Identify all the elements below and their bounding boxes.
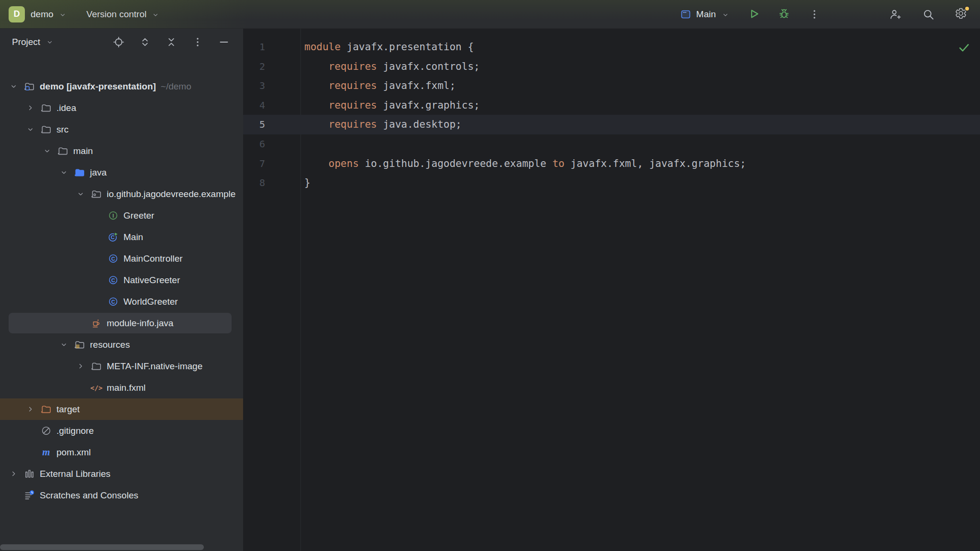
tree-item-label: Scratches and Consoles bbox=[40, 490, 138, 501]
run-configuration-widget[interactable]: Main bbox=[679, 8, 731, 21]
more-actions-button[interactable] bbox=[808, 8, 821, 21]
tree-item-label: io.github.jagodevreede.example bbox=[107, 189, 235, 199]
scratches-icon bbox=[23, 490, 36, 501]
chevron-right-icon[interactable] bbox=[24, 406, 36, 413]
run-button[interactable] bbox=[747, 8, 761, 21]
code-token: javafx.graphics; bbox=[383, 99, 479, 111]
expand-all-button[interactable] bbox=[138, 35, 152, 49]
tree-row[interactable]: External Libraries bbox=[0, 463, 243, 485]
tree-row[interactable]: IGreeter bbox=[0, 205, 243, 226]
code-token: requires bbox=[304, 99, 383, 111]
chevron-down-icon[interactable] bbox=[8, 83, 19, 90]
code-token: javafx.controls; bbox=[383, 61, 479, 72]
line-number[interactable]: 8 bbox=[243, 173, 301, 193]
line-number[interactable]: 7 bbox=[243, 154, 301, 174]
collapse-all-button[interactable] bbox=[165, 35, 178, 49]
code-line[interactable]: 3 requires javafx.fxml; bbox=[243, 76, 980, 96]
tree-row[interactable]: src bbox=[0, 119, 243, 140]
code-token: requires bbox=[304, 61, 383, 72]
tree-row[interactable]: java bbox=[0, 162, 243, 183]
code-line[interactable]: 4 requires javafx.graphics; bbox=[243, 96, 980, 115]
chevron-down-icon[interactable] bbox=[75, 190, 86, 198]
tree-row[interactable]: mpom.xml bbox=[0, 441, 243, 463]
tree-row[interactable]: io.github.jagodevreede.example bbox=[0, 183, 243, 205]
tree-item-label: Greeter bbox=[123, 210, 154, 221]
tree-row[interactable]: .idea bbox=[0, 97, 243, 119]
app-window-icon bbox=[679, 8, 692, 21]
tree-row[interactable]: CWorldGreeter bbox=[0, 291, 243, 312]
search-everywhere-button[interactable] bbox=[922, 8, 935, 21]
tree-item-label: .gitignore bbox=[56, 426, 94, 436]
excluded-folder-icon bbox=[40, 404, 53, 415]
tree-row[interactable]: resources bbox=[0, 334, 243, 355]
line-number[interactable]: 5 bbox=[243, 115, 301, 134]
class-icon: C bbox=[107, 253, 120, 264]
code-token: to bbox=[552, 158, 570, 169]
tree-row[interactable]: demo [javafx-presentation]~/demo bbox=[0, 76, 243, 97]
chevron-right-icon[interactable] bbox=[8, 470, 19, 477]
folder-icon bbox=[90, 361, 103, 372]
tree-row[interactable]: CNativeGreeter bbox=[0, 269, 243, 291]
chevron-down-icon[interactable] bbox=[58, 341, 69, 348]
chevron-right-icon[interactable] bbox=[75, 363, 86, 370]
select-opened-file-button[interactable] bbox=[112, 35, 125, 49]
code-line[interactable]: 7 opens io.github.jagodevreede.example t… bbox=[243, 154, 980, 174]
code-token: module bbox=[304, 41, 347, 53]
line-number[interactable]: 1 bbox=[243, 37, 301, 57]
chevron-down-icon[interactable] bbox=[24, 126, 36, 133]
tree-row[interactable]: CMainController bbox=[0, 248, 243, 269]
code-token: } bbox=[304, 177, 311, 188]
class-icon: C bbox=[107, 275, 120, 286]
code-line[interactable]: 8} bbox=[243, 173, 980, 193]
project-view-selector[interactable]: Project bbox=[12, 37, 56, 47]
horizontal-scrollbar-thumb[interactable] bbox=[0, 544, 204, 550]
chevron-right-icon[interactable] bbox=[24, 104, 36, 111]
folder-icon bbox=[40, 102, 53, 113]
tree-row[interactable]: Scratches and Consoles bbox=[0, 485, 243, 506]
tree-row[interactable]: META-INF.native-image bbox=[0, 355, 243, 377]
project-panel-header: Project bbox=[0, 29, 243, 55]
tree-row[interactable]: target bbox=[0, 398, 243, 420]
tree-row[interactable]: CMain bbox=[0, 226, 243, 248]
class-icon: C bbox=[107, 296, 120, 307]
code-line[interactable]: 6 bbox=[243, 134, 980, 154]
tree-row[interactable]: .gitignore bbox=[0, 420, 243, 441]
panel-options-button[interactable] bbox=[191, 35, 204, 49]
tree-item-label: java bbox=[90, 167, 107, 178]
hide-panel-button[interactable] bbox=[217, 35, 231, 49]
code-line[interactable]: 5 requires java.desktop; bbox=[243, 115, 980, 134]
tree-row[interactable]: main bbox=[0, 140, 243, 162]
editor[interactable]: 1module javafx.presentation {2 requires … bbox=[243, 29, 980, 551]
debug-button[interactable] bbox=[777, 8, 791, 21]
tree-item-label: target bbox=[56, 404, 80, 415]
code-token: javafx.fxml; bbox=[383, 80, 456, 91]
vcs-widget[interactable]: Version control bbox=[87, 9, 162, 20]
project-folder-icon bbox=[23, 81, 36, 92]
tree-row[interactable]: module-info.java bbox=[0, 312, 243, 334]
settings-button[interactable] bbox=[954, 8, 968, 21]
project-widget[interactable]: demo bbox=[31, 9, 68, 20]
code-lines: 1module javafx.presentation {2 requires … bbox=[243, 37, 980, 193]
line-number[interactable]: 3 bbox=[243, 76, 301, 96]
code-line[interactable]: 1module javafx.presentation { bbox=[243, 37, 980, 57]
line-number[interactable]: 2 bbox=[243, 57, 301, 77]
run-configuration-label: Main bbox=[696, 9, 716, 20]
project-badge[interactable]: D bbox=[9, 6, 25, 22]
chevron-down-icon[interactable] bbox=[41, 147, 53, 154]
code-line[interactable]: 2 requires javafx.controls; bbox=[243, 57, 980, 77]
code-text: requires javafx.graphics; bbox=[301, 96, 480, 115]
fxml-file-icon: </> bbox=[90, 384, 103, 392]
project-panel-toolbar bbox=[112, 35, 231, 49]
svg-text:C: C bbox=[111, 277, 115, 283]
tree-item-label: MainController bbox=[123, 253, 183, 264]
tree-item-label: main bbox=[73, 146, 93, 156]
code-text: module javafx.presentation { bbox=[301, 37, 474, 57]
code-token: opens bbox=[304, 158, 365, 169]
line-number[interactable]: 4 bbox=[243, 96, 301, 115]
tree-row[interactable]: </>main.fxml bbox=[0, 377, 243, 398]
tree-item-label: module-info.java bbox=[107, 318, 173, 329]
svg-text:C: C bbox=[111, 256, 115, 262]
code-with-me-button[interactable] bbox=[888, 8, 902, 21]
chevron-down-icon[interactable] bbox=[58, 169, 69, 176]
line-number[interactable]: 6 bbox=[243, 134, 301, 154]
